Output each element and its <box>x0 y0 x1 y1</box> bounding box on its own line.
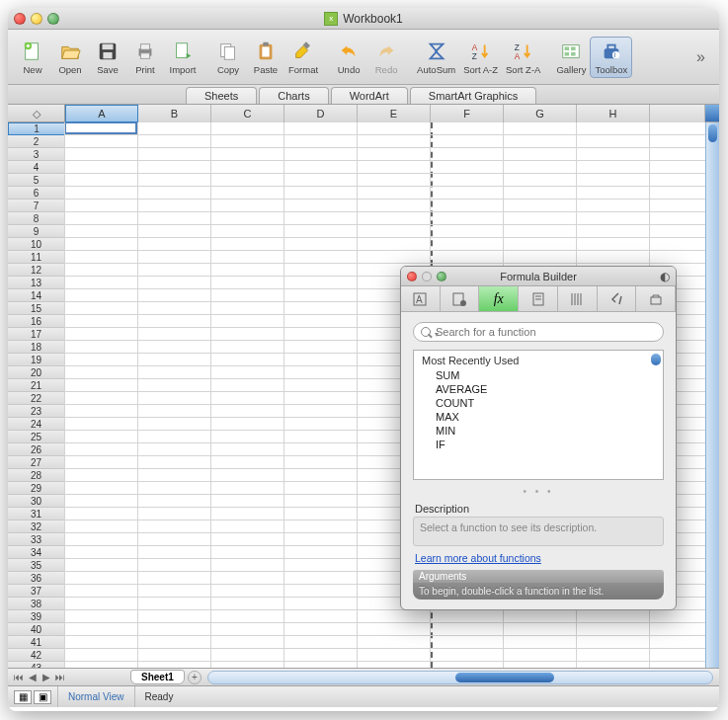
sheet-nav-prev[interactable]: ◀ <box>26 671 40 684</box>
tab-charts[interactable]: Charts <box>259 87 328 104</box>
search-dropdown-icon[interactable]: ▾ <box>435 330 439 339</box>
row-header[interactable]: 4 <box>8 161 65 174</box>
sort-za-button[interactable]: ZA Sort Z-A <box>502 38 544 77</box>
row-header[interactable]: 22 <box>8 392 65 405</box>
column-header[interactable]: D <box>284 105 358 122</box>
row-header[interactable]: 19 <box>8 354 65 366</box>
print-button[interactable]: Print <box>126 38 164 77</box>
paste-button[interactable]: Paste <box>247 38 284 77</box>
sheet-nav-last[interactable]: ⏭ <box>53 671 67 684</box>
select-all-corner[interactable]: ◇ <box>8 105 65 122</box>
undo-button[interactable]: Undo <box>330 38 367 77</box>
save-button[interactable]: Save <box>89 38 126 77</box>
row-header[interactable]: 10 <box>8 238 65 251</box>
format-button[interactable]: Format <box>284 38 322 77</box>
row-header[interactable]: 37 <box>8 585 65 598</box>
project-palette-tab[interactable] <box>636 286 676 311</box>
tab-wordart[interactable]: WordArt <box>331 87 408 104</box>
row-header[interactable]: 31 <box>8 508 65 520</box>
function-item[interactable]: MAX <box>422 410 655 424</box>
function-list-scrollbar[interactable] <box>650 352 662 478</box>
compatibility-tab[interactable] <box>598 286 637 311</box>
row-header[interactable]: 30 <box>8 495 65 508</box>
row-header[interactable]: 33 <box>8 533 65 546</box>
add-sheet-button[interactable]: + <box>188 671 202 684</box>
column-header[interactable]: H <box>577 105 650 122</box>
vertical-scrollbar[interactable] <box>705 122 719 668</box>
new-button[interactable]: New <box>14 38 51 77</box>
sheet-tab[interactable]: Sheet1 <box>130 670 185 684</box>
scrapbook-tab[interactable] <box>519 286 558 311</box>
formula-builder-tab[interactable]: fx <box>479 286 519 311</box>
row-header[interactable]: 32 <box>8 520 65 533</box>
row-header[interactable]: 43 <box>8 662 65 668</box>
row-header[interactable]: 20 <box>8 366 65 379</box>
view-mode-label[interactable]: Normal View <box>57 686 134 707</box>
function-search-input[interactable] <box>413 322 664 342</box>
column-header[interactable]: C <box>211 105 284 122</box>
copy-button[interactable]: Copy <box>209 38 247 77</box>
column-header[interactable]: G <box>504 105 577 122</box>
row-header[interactable]: 6 <box>8 187 65 200</box>
autosum-button[interactable]: AutoSum <box>413 38 459 77</box>
sort-az-button[interactable]: AZ Sort A-Z <box>459 38 502 77</box>
reference-tools-tab[interactable] <box>558 286 598 311</box>
page-layout-view-icon[interactable]: ▣ <box>34 690 51 704</box>
row-header[interactable]: 41 <box>8 636 65 649</box>
row-header[interactable]: 23 <box>8 405 65 418</box>
normal-view-icon[interactable]: ▦ <box>14 690 32 704</box>
row-header[interactable]: 11 <box>8 251 65 264</box>
column-header[interactable]: F <box>431 105 504 122</box>
row-header[interactable]: 15 <box>8 302 65 315</box>
row-header[interactable]: 9 <box>8 225 65 238</box>
row-header[interactable]: 2 <box>8 135 65 148</box>
row-header[interactable]: 35 <box>8 559 65 572</box>
formula-builder-panel[interactable]: Formula Builder ◐ A fx ▾ Most Recently U… <box>400 266 677 610</box>
row-header[interactable]: 13 <box>8 277 65 289</box>
sheet-nav-next[interactable]: ▶ <box>40 671 53 684</box>
redo-button[interactable]: Redo <box>367 38 405 77</box>
column-header[interactable]: A <box>65 105 138 122</box>
function-search-box[interactable]: ▾ <box>413 322 664 342</box>
row-header[interactable]: 5 <box>8 174 65 187</box>
resize-grip-icon[interactable]: • • • <box>401 486 676 497</box>
row-header[interactable]: 38 <box>8 598 65 610</box>
row-header[interactable]: 42 <box>8 649 65 662</box>
function-item[interactable]: COUNT <box>422 396 655 410</box>
sheet-nav-first[interactable]: ⏮ <box>12 671 26 684</box>
row-header[interactable]: 26 <box>8 443 65 456</box>
row-header[interactable]: 21 <box>8 379 65 392</box>
row-header[interactable]: 34 <box>8 546 65 559</box>
row-header[interactable]: 12 <box>8 264 65 277</box>
gallery-button[interactable]: Gallery <box>552 38 590 77</box>
function-item[interactable]: AVERAGE <box>422 382 655 396</box>
column-header[interactable]: E <box>358 105 431 122</box>
tab-sheets[interactable]: Sheets <box>186 87 257 104</box>
row-header[interactable]: 7 <box>8 200 65 212</box>
formula-builder-titlebar[interactable]: Formula Builder ◐ <box>401 267 676 286</box>
row-header[interactable]: 24 <box>8 418 65 431</box>
row-header[interactable]: 16 <box>8 315 65 328</box>
row-header[interactable]: 1 <box>8 122 65 135</box>
row-header[interactable]: 17 <box>8 328 65 341</box>
import-button[interactable]: Import <box>164 38 202 77</box>
learn-more-link[interactable]: Learn more about functions <box>415 552 541 564</box>
row-header[interactable]: 14 <box>8 289 65 302</box>
column-header[interactable]: B <box>138 105 211 122</box>
row-header[interactable]: 27 <box>8 456 65 469</box>
row-header[interactable]: 29 <box>8 482 65 495</box>
toolbox-button[interactable]: i Toolbox <box>590 37 632 78</box>
function-item[interactable]: MIN <box>422 424 655 438</box>
row-header[interactable]: 28 <box>8 469 65 482</box>
row-header[interactable]: 25 <box>8 431 65 443</box>
function-item[interactable]: SUM <box>422 368 655 382</box>
function-item[interactable]: IF <box>422 438 655 451</box>
object-palette-tab[interactable] <box>441 286 480 311</box>
row-header[interactable]: 3 <box>8 148 65 161</box>
row-header[interactable]: 36 <box>8 572 65 585</box>
tab-smartart[interactable]: SmartArt Graphics <box>410 87 536 104</box>
open-button[interactable]: Open <box>51 38 89 77</box>
toolbar-overflow-button[interactable]: » <box>688 48 713 66</box>
row-header[interactable]: 40 <box>8 623 65 636</box>
row-header[interactable]: 39 <box>8 610 65 623</box>
